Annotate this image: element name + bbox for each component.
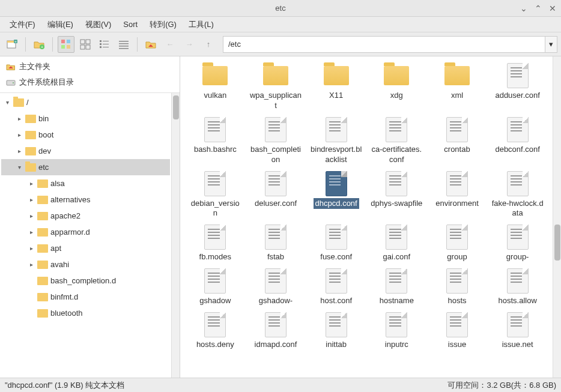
file-item[interactable]: issue.net — [488, 310, 547, 352]
expander-icon[interactable]: ▸ — [28, 261, 35, 268]
svg-rect-6 — [61, 40, 65, 43]
folder-item[interactable]: xdg — [368, 61, 426, 113]
forward-button[interactable]: → — [181, 36, 198, 53]
file-item[interactable]: fuse.conf — [307, 223, 365, 264]
tree-item[interactable]: ▸bin — [1, 110, 170, 127]
expander-icon[interactable]: ▸ — [28, 196, 35, 204]
file-item[interactable]: hosts.allow — [488, 267, 547, 308]
folder-item[interactable]: X11 — [307, 61, 365, 113]
close-icon[interactable]: ✕ — [549, 4, 556, 13]
file-item[interactable]: inittab — [307, 310, 365, 352]
file-item[interactable]: crontab — [428, 115, 487, 167]
place-filesystem[interactable]: 文件系统根目录 — [2, 74, 177, 90]
file-item[interactable]: gshadow- — [247, 267, 305, 308]
tree-item[interactable]: ▸avahi — [1, 256, 170, 273]
back-button[interactable]: ← — [162, 36, 178, 53]
tree-item[interactable]: ▸alternatives — [1, 191, 170, 208]
file-item[interactable]: fake-hwclock.data — [488, 169, 547, 221]
file-item[interactable]: debconf.conf — [488, 115, 547, 167]
expander-icon[interactable]: ▸ — [28, 229, 35, 236]
place-home-label: 主文件夹 — [19, 61, 50, 72]
tree-item[interactable]: bluetooth — [1, 305, 170, 321]
tree-scrollbar[interactable] — [171, 93, 180, 378]
file-item[interactable]: hostname — [368, 267, 426, 308]
file-item[interactable]: issue — [428, 310, 487, 352]
expander-icon[interactable]: ▸ — [28, 213, 35, 220]
menu-edit[interactable]: 编辑(E) — [41, 17, 79, 32]
expander-icon[interactable]: ▸ — [28, 180, 35, 187]
file-item[interactable]: environment — [428, 169, 487, 221]
tree-item[interactable]: ▸apache2 — [1, 208, 170, 224]
file-item[interactable]: inputrc — [368, 310, 426, 352]
folder-icon — [13, 98, 24, 107]
tree-item[interactable]: ▸apparmor.d — [1, 224, 170, 240]
menu-goto[interactable]: 转到(G) — [144, 17, 183, 32]
menu-file[interactable]: 文件(F) — [4, 17, 41, 32]
folder-item[interactable]: xml — [428, 61, 487, 113]
icon-view-button[interactable] — [58, 36, 74, 53]
file-item[interactable]: bash_completion — [247, 115, 305, 167]
expander-icon[interactable]: ▾ — [4, 99, 11, 106]
file-item[interactable]: bash.bashrc — [186, 115, 244, 167]
thumbnail-view-button[interactable] — [77, 36, 94, 53]
expander-icon[interactable]: ▸ — [28, 245, 35, 252]
file-item[interactable]: adduser.conf — [488, 61, 547, 113]
folder-item[interactable]: wpa_supplicant — [247, 61, 305, 113]
tree-item[interactable]: bash_completion.d — [1, 273, 170, 289]
tree-item[interactable]: ▸alsa — [1, 175, 170, 191]
file-item[interactable]: hosts — [428, 267, 487, 308]
compact-view-button[interactable] — [96, 36, 113, 53]
home-button[interactable] — [142, 36, 159, 53]
expander-icon[interactable] — [28, 310, 35, 317]
file-item[interactable]: gshadow — [186, 267, 244, 308]
scrollbar-thumb[interactable] — [554, 225, 560, 261]
expander-icon[interactable]: ▾ — [16, 164, 23, 171]
file-item[interactable]: group — [428, 223, 487, 264]
folder-tree[interactable]: ▾ / ▸bin▸boot▸dev▾etc▸alsa▸alternatives▸… — [0, 93, 171, 378]
tree-item[interactable]: binfmt.d — [1, 289, 170, 305]
folder-item[interactable]: vulkan — [186, 61, 244, 113]
text-file-icon — [507, 268, 529, 294]
place-home[interactable]: 主文件夹 — [2, 59, 177, 74]
file-item[interactable]: fstab — [247, 223, 305, 264]
expander-icon[interactable]: ▸ — [16, 148, 23, 155]
file-item[interactable]: ca-certificates.conf — [368, 115, 426, 167]
menu-sort[interactable]: Sort — [117, 18, 144, 31]
path-dropdown[interactable]: ▾ — [545, 36, 557, 53]
file-item[interactable]: debian_version — [186, 169, 244, 221]
file-item[interactable]: deluser.conf — [247, 169, 305, 221]
expander-icon[interactable] — [28, 277, 35, 285]
new-folder-button[interactable]: + — [31, 36, 47, 53]
expander-icon[interactable] — [28, 294, 35, 301]
path-input[interactable] — [223, 36, 545, 53]
file-item[interactable]: group- — [488, 223, 547, 264]
content-scrollbar[interactable] — [553, 56, 561, 378]
file-item[interactable]: bindresvport.blacklist — [307, 115, 365, 167]
tree-item[interactable]: ▸dev — [1, 143, 170, 159]
up-button[interactable]: ↑ — [200, 36, 217, 53]
detail-view-button[interactable] — [115, 36, 132, 53]
tree-root[interactable]: ▾ / — [1, 94, 170, 110]
tree-item[interactable]: ▸boot — [1, 127, 170, 143]
svg-rect-18 — [100, 46, 102, 48]
file-item[interactable]: hosts.deny — [186, 310, 244, 352]
tree-item[interactable]: ▸apt — [1, 240, 170, 256]
menu-tools[interactable]: 工具(L) — [183, 17, 220, 32]
file-item[interactable]: idmapd.conf — [247, 310, 305, 352]
menu-view[interactable]: 视图(V) — [79, 17, 117, 32]
tree-item[interactable]: ▾etc — [1, 159, 170, 175]
new-tab-button[interactable]: + — [4, 36, 20, 53]
scrollbar-thumb[interactable] — [173, 95, 179, 119]
expander-icon[interactable]: ▸ — [16, 131, 23, 139]
file-view[interactable]: vulkanwpa_supplicantX11xdgxmladduser.con… — [180, 56, 553, 378]
expander-icon[interactable]: ▸ — [16, 115, 23, 122]
item-label: gshadow — [198, 295, 232, 307]
file-item[interactable]: dphys-swapfile — [368, 169, 426, 221]
minimize-icon[interactable]: ⌄ — [520, 4, 527, 13]
svg-rect-17 — [103, 44, 109, 44]
file-item[interactable]: host.conf — [307, 267, 365, 308]
file-item[interactable]: fb.modes — [186, 223, 244, 264]
file-item[interactable]: dhcpcd.conf — [307, 169, 365, 221]
file-item[interactable]: gai.conf — [368, 223, 426, 264]
maximize-icon[interactable]: ⌃ — [535, 4, 542, 13]
